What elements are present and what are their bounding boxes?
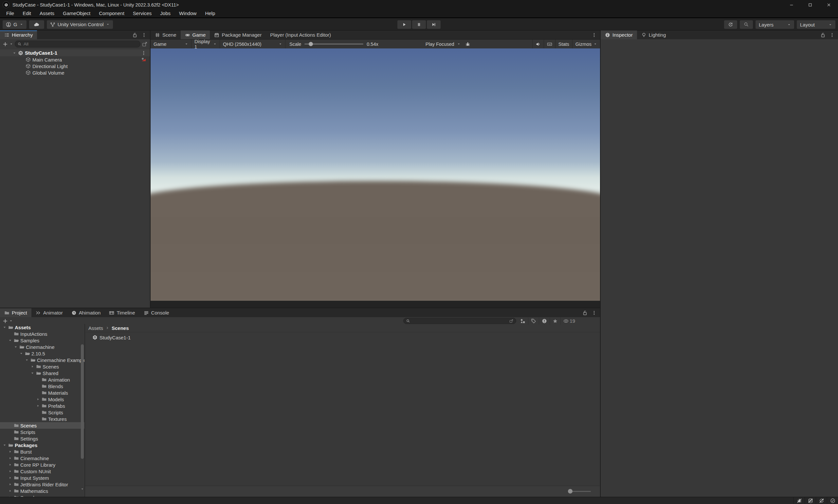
menu-assets[interactable]: Assets (35, 10, 58, 17)
menu-gameobject[interactable]: GameObject (58, 10, 95, 17)
close-button[interactable] (819, 0, 838, 10)
lock-icon[interactable] (820, 32, 825, 38)
menu-window[interactable]: Window (175, 10, 201, 17)
chevron-down-icon[interactable] (9, 319, 13, 323)
vsync-keys-button[interactable] (544, 40, 555, 49)
hierarchy-item-directional-light[interactable]: Directional Light (0, 63, 150, 69)
tree-item-2-10-5[interactable]: 2.10.5 (0, 350, 85, 357)
gizmos-dropdown[interactable]: Gizmos (572, 40, 600, 49)
project-tab-animator[interactable]: Animator (32, 308, 67, 317)
tree-scrollbar[interactable] (80, 308, 85, 497)
hierarchy-item-main-camera[interactable]: Main Camera (0, 56, 150, 63)
add-asset-button[interactable] (3, 319, 8, 324)
tab-hierarchy[interactable]: Hierarchy (0, 31, 37, 39)
scale-slider-handle[interactable] (309, 42, 313, 46)
menu-services[interactable]: Services (129, 10, 156, 17)
hidden-count-button[interactable]: 19 (560, 318, 578, 325)
kebab-menu-icon[interactable] (141, 32, 147, 38)
game-target-dropdown[interactable]: Game (150, 40, 192, 49)
project-tab-animation[interactable]: Animation (67, 308, 105, 317)
menu-component[interactable]: Component (95, 10, 129, 17)
expand-arrow-icon[interactable] (13, 345, 18, 349)
tree-item-scripts[interactable]: Scripts (0, 429, 85, 435)
game-viewport[interactable] (150, 49, 600, 301)
filter-by-label-button[interactable] (528, 318, 539, 325)
inspector-tab-inspector[interactable]: Inspector (601, 31, 637, 39)
tree-item-jetbrains-rider-editor[interactable]: JetBrains Rider Editor (0, 481, 85, 488)
kebab-menu-icon[interactable] (141, 50, 146, 56)
kebab-menu-icon[interactable] (591, 32, 597, 38)
bug-disabled-button[interactable] (794, 497, 805, 504)
game-tab-game[interactable]: Game (181, 31, 210, 39)
project-tab-timeline[interactable]: Timeline (105, 308, 139, 317)
tree-item-settings[interactable]: Settings (0, 435, 85, 442)
step-button[interactable] (427, 20, 441, 29)
tree-item-cinemachine[interactable]: Cinemachine (0, 455, 85, 462)
scrollbar-thumb[interactable] (81, 344, 84, 459)
file-studycase1-1[interactable]: StudyCase1-1 (85, 334, 600, 341)
kebab-menu-icon[interactable] (591, 310, 597, 316)
tree-item-scenes[interactable]: Scenes (0, 363, 85, 370)
expand-arrow-icon[interactable] (7, 463, 13, 467)
breadcrumb-scenes[interactable]: Scenes (112, 325, 129, 331)
expand-arrow-icon[interactable] (19, 352, 23, 356)
expand-arrow-icon[interactable] (35, 404, 40, 408)
expand-arrow-icon[interactable] (7, 476, 13, 480)
tree-item-models[interactable]: Models (0, 396, 85, 402)
favorites-button[interactable] (550, 318, 560, 325)
game-tab-package-manager[interactable]: Package Manager (210, 31, 266, 39)
refresh-disabled-button[interactable] (816, 497, 827, 504)
debug-bug-icon[interactable] (465, 41, 470, 47)
resolution-dropdown[interactable]: QHD (2560x1440) (220, 40, 285, 49)
tree-item-core-rp-library[interactable]: Core RP Library (0, 462, 85, 468)
global-search-button[interactable] (740, 20, 753, 29)
game-tab-scene[interactable]: Scene (150, 31, 181, 39)
tree-item-materials[interactable]: Materials (0, 390, 85, 396)
tree-item-cinemachine[interactable]: Cinemachine (0, 344, 85, 350)
game-tab-player-input-actions-editor[interactable]: Player (Input Actions Editor) (266, 31, 335, 39)
hierarchy-scene-row[interactable]: StudyCase1-1 (0, 50, 150, 56)
expand-arrow-icon[interactable] (7, 338, 13, 342)
status-ok-button[interactable] (827, 497, 838, 504)
project-search-input[interactable] (403, 318, 516, 324)
kebab-menu-icon[interactable] (830, 32, 835, 38)
tree-item-scripts[interactable]: Scripts (0, 409, 85, 416)
version-control-button[interactable]: Unity Version Control (47, 20, 113, 29)
expand-arrow-icon[interactable] (7, 489, 13, 493)
expand-arrow-icon[interactable] (35, 397, 40, 401)
picker-icon[interactable] (509, 319, 513, 323)
scroll-up-icon[interactable] (81, 310, 84, 313)
maximize-button[interactable] (801, 0, 819, 10)
cloud-button[interactable] (29, 20, 44, 29)
mute-audio-button[interactable] (532, 40, 544, 49)
tree-item-prefabs[interactable]: Prefabs (0, 402, 85, 409)
tree-item-textures[interactable]: Textures (0, 416, 85, 422)
tree-item-samples[interactable]: Samples (0, 337, 85, 344)
tree-item-input-system[interactable]: Input System (0, 474, 85, 481)
menu-edit[interactable]: Edit (18, 10, 35, 17)
tree-item-searcher[interactable]: Searcher (0, 494, 85, 497)
tree-item-shared[interactable]: Shared (0, 370, 85, 376)
menu-file[interactable]: File (2, 10, 18, 17)
filter-by-type-button[interactable] (518, 318, 528, 325)
tree-item-burst[interactable]: Burst (0, 448, 85, 455)
hierarchy-item-global-volume[interactable]: Global Volume (0, 69, 150, 76)
layout-dropdown[interactable]: Layout (797, 20, 835, 29)
expand-arrow-icon[interactable] (7, 456, 13, 460)
thumbnail-size-slider[interactable] (568, 491, 591, 492)
menu-help[interactable]: Help (201, 10, 219, 17)
hierarchy-search-input[interactable]: All (15, 40, 140, 48)
tree-item-cinemachine-example-scenes[interactable]: Cinemachine Example Scenes (0, 357, 85, 363)
expand-arrow-icon[interactable] (24, 358, 29, 362)
expand-arrow-icon[interactable] (7, 450, 13, 454)
inspector-tab-lighting[interactable]: Lighting (637, 31, 671, 39)
cache-disabled-button[interactable] (805, 497, 816, 504)
breadcrumb-assets[interactable]: Assets (88, 325, 103, 331)
layers-dropdown[interactable]: Layers (755, 20, 794, 29)
tree-item-mathematics[interactable]: Mathematics (0, 488, 85, 494)
stats-button[interactable]: Stats (555, 40, 572, 49)
chevron-down-icon[interactable] (10, 42, 13, 46)
expand-arrow-icon[interactable] (7, 482, 13, 486)
tree-item-custom-nunit[interactable]: Custom NUnit (0, 468, 85, 474)
scroll-down-icon[interactable] (81, 487, 84, 491)
